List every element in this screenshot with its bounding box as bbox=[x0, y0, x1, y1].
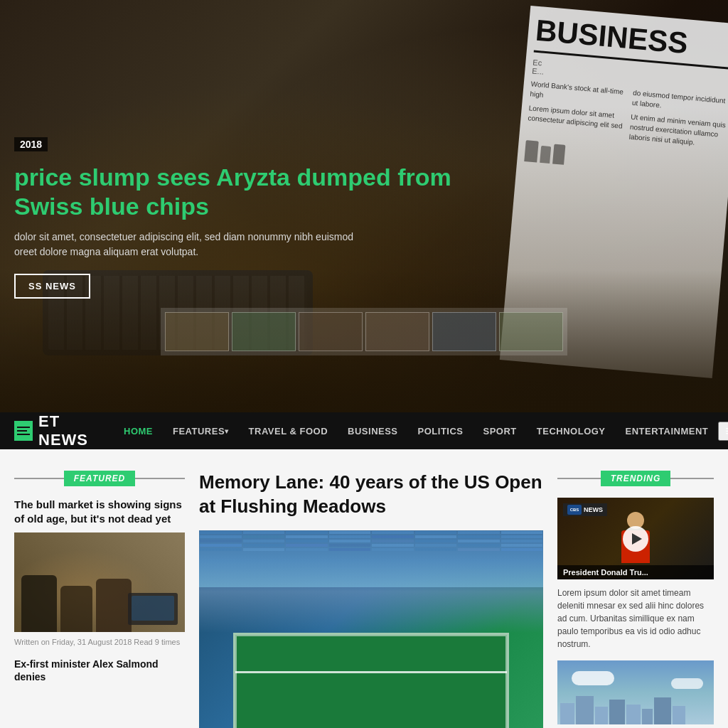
trending-line-right bbox=[670, 478, 714, 479]
cloud-2 bbox=[671, 678, 703, 689]
video-source-name: NEWS bbox=[584, 506, 603, 513]
nav-item-travel-food[interactable]: TRAVEL & FOOD bbox=[239, 412, 338, 449]
hero-thumbnails bbox=[161, 308, 567, 355]
nav-item-features[interactable]: FEATURES bbox=[163, 412, 239, 449]
sidebar-right: TRENDING CBS NEWS President Donald Tru..… bbox=[557, 471, 714, 728]
nav-item-home[interactable]: HOME bbox=[114, 412, 163, 449]
nav-item-sport[interactable]: SPORT bbox=[473, 412, 527, 449]
logo-text: ET NEWS bbox=[38, 412, 92, 449]
nav-item-entertainment[interactable]: ENTERTAINMENT bbox=[616, 412, 719, 449]
tennis-court-surface bbox=[233, 633, 508, 728]
trending-line-left bbox=[557, 478, 601, 479]
nav-item-politics[interactable]: POLITICS bbox=[408, 412, 473, 449]
thumb-6[interactable] bbox=[499, 312, 563, 351]
featured-section-header: FEATURED bbox=[14, 471, 185, 486]
hero-cta-button[interactable]: SS NEWS bbox=[14, 274, 90, 299]
sidebar-left: FEATURED The bull market is showing sign… bbox=[14, 471, 185, 728]
play-triangle-icon bbox=[632, 533, 642, 545]
thumb-2[interactable] bbox=[232, 312, 296, 351]
main-content: FEATURED The bull market is showing sign… bbox=[0, 449, 728, 728]
thumb-1[interactable] bbox=[165, 312, 229, 351]
featured-article-title: The bull market is showing signs of old … bbox=[14, 498, 185, 525]
main-article-title[interactable]: Memory Lane: 40 years of the US Open at … bbox=[199, 471, 543, 519]
cbs-logo: CBS bbox=[567, 505, 582, 515]
hamburger-menu-button[interactable]: ≡ bbox=[718, 422, 728, 441]
sky-background bbox=[199, 530, 543, 587]
people-sim bbox=[14, 575, 139, 632]
thumb-4[interactable] bbox=[365, 312, 429, 351]
featured-article-image[interactable] bbox=[14, 532, 185, 632]
center-content: Memory Lane: 40 years of the US Open at … bbox=[199, 471, 543, 728]
featured-meta: Written on Friday, 31 August 2018 Read 9… bbox=[14, 638, 185, 646]
nav-item-technology[interactable]: TECHNOLOGY bbox=[527, 412, 616, 449]
logo-icon bbox=[14, 421, 33, 441]
hero-section: BUSINESS EcE... World Bank's stock at al… bbox=[0, 0, 728, 412]
hero-subtext: dolor sit amet, consectetuer adipiscing … bbox=[14, 230, 498, 259]
thumb-3[interactable] bbox=[299, 312, 363, 351]
logo-line-2 bbox=[17, 430, 27, 432]
nav-logo[interactable]: ET NEWS bbox=[14, 412, 92, 449]
trending-section-header: TRENDING bbox=[557, 471, 714, 486]
header-line-left bbox=[14, 478, 64, 479]
thumb-5[interactable] bbox=[432, 312, 496, 351]
trending-description: Lorem ipsum dolor sit amet timeam deleni… bbox=[557, 587, 714, 651]
nav-item-business[interactable]: BUSINESS bbox=[338, 412, 407, 449]
featured-img-inner bbox=[14, 532, 185, 632]
trending-image-2[interactable] bbox=[557, 660, 714, 724]
trending-video[interactable]: CBS NEWS President Donald Tru... bbox=[557, 498, 714, 579]
court-lines bbox=[235, 635, 506, 728]
navbar: ET NEWS HOME FEATURES TRAVEL & FOOD BUSI… bbox=[0, 412, 728, 449]
video-title: President Donald Tru... bbox=[557, 565, 714, 579]
nav-items: HOME FEATURES TRAVEL & FOOD BUSINESS POL… bbox=[114, 412, 718, 449]
video-source-badge: CBS NEWS bbox=[563, 503, 607, 516]
hero-headline: price slump sees Aryzta dumped from Swis… bbox=[14, 163, 498, 221]
logo-lines bbox=[14, 424, 33, 438]
hero-date: 2018 bbox=[14, 137, 48, 151]
skyline-sim bbox=[557, 696, 714, 725]
trending-badge: TRENDING bbox=[601, 471, 671, 486]
hero-content: 2018 price slump sees Aryzta dumped from… bbox=[0, 137, 512, 299]
court-net bbox=[235, 671, 506, 673]
cloud-1 bbox=[572, 671, 614, 685]
logo-line-3 bbox=[17, 434, 30, 435]
featured-badge: FEATURED bbox=[64, 471, 135, 486]
video-play-button[interactable] bbox=[623, 526, 648, 552]
laptop-sim-small bbox=[128, 593, 178, 625]
main-article-image[interactable] bbox=[199, 530, 543, 728]
logo-line-1 bbox=[17, 427, 30, 428]
header-line-right bbox=[135, 478, 185, 479]
featured-article2-title[interactable]: Ex-first minister Alex Salmond denies bbox=[14, 658, 185, 683]
